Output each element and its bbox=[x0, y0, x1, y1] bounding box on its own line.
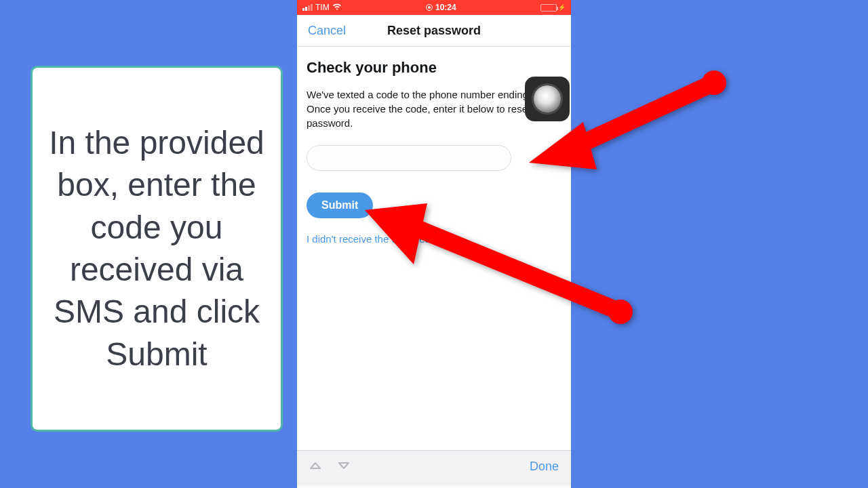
keyboard-shadow bbox=[297, 483, 571, 488]
chevron-down-icon[interactable] bbox=[338, 461, 350, 473]
svg-line-0 bbox=[570, 83, 714, 149]
body-prefix: We've texted a code to the phone number … bbox=[307, 89, 544, 100]
chevron-up-icon[interactable] bbox=[309, 461, 321, 473]
signal-icon bbox=[302, 4, 313, 11]
svg-point-4 bbox=[608, 300, 633, 324]
instruction-text: In the provided box, enter the code you … bbox=[46, 122, 267, 375]
keyboard-nav-arrows bbox=[309, 461, 350, 473]
content-body: We've texted a code to the phone number … bbox=[307, 87, 561, 130]
battery-icon bbox=[540, 4, 557, 12]
instruction-panel: In the provided box, enter the code you … bbox=[31, 66, 283, 432]
assistive-touch-icon bbox=[534, 85, 561, 113]
content-heading: Check your phone bbox=[307, 59, 561, 77]
clock-label: 10:24 bbox=[435, 3, 456, 12]
phone-frame: TIM 10:24 ⚡ Cancel Reset password Check … bbox=[297, 0, 571, 488]
status-bar: TIM 10:24 ⚡ bbox=[297, 0, 571, 15]
nav-bar: Cancel Reset password bbox=[297, 15, 571, 47]
code-input[interactable] bbox=[307, 145, 511, 171]
status-center: 10:24 bbox=[426, 3, 456, 12]
keyboard-done-button[interactable]: Done bbox=[530, 460, 559, 474]
no-text-link[interactable]: I didn't receive the text message bbox=[307, 233, 561, 245]
status-left: TIM bbox=[302, 3, 342, 12]
battery-indicator: ⚡ bbox=[540, 4, 566, 12]
wifi-icon bbox=[332, 3, 342, 12]
svg-point-1 bbox=[702, 70, 726, 95]
assistive-touch-button[interactable] bbox=[525, 77, 570, 121]
keyboard-accessory-bar: Done bbox=[297, 450, 571, 483]
carrier-label: TIM bbox=[315, 3, 330, 12]
cancel-button[interactable]: Cancel bbox=[308, 24, 346, 38]
charging-icon: ⚡ bbox=[558, 4, 566, 11]
submit-button[interactable]: Submit bbox=[307, 192, 373, 218]
recording-icon bbox=[426, 4, 433, 11]
